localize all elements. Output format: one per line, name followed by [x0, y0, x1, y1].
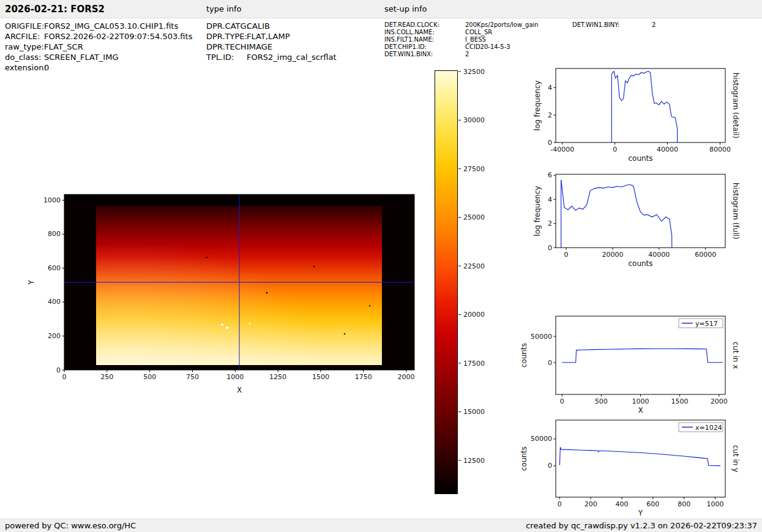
- x-axis-label: X: [638, 406, 643, 415]
- x-tick-label: 1500: [312, 373, 329, 381]
- plot-frame: [556, 420, 725, 497]
- field-label: do_class:: [5, 52, 44, 62]
- field-label: DPR.TECH:: [206, 42, 247, 52]
- colorbar-tick-label: 15000: [463, 408, 485, 416]
- plot-frame: [556, 316, 725, 394]
- field-label: raw_type:: [5, 42, 44, 52]
- x-tick-label: 1500: [671, 397, 689, 405]
- qc-rawdisp-page: 2026-02-21: FORS2 type info set-up info …: [0, 0, 762, 532]
- histogram-detail-plot: -4000004000080000024countslog frequencyh…: [533, 68, 740, 163]
- y-tick-label: 0: [548, 462, 552, 470]
- y-tick-label: 50000: [531, 333, 552, 341]
- cut-x-plot: 0500100015002000050000Xcountscut in xy=5…: [520, 316, 740, 415]
- field-label: DPR.CATG:: [206, 21, 247, 31]
- x-axis-label: Y: [638, 509, 643, 517]
- field-value: 200Kps/2ports/low_gain: [465, 21, 539, 29]
- x-tick-label: 1250: [269, 373, 286, 381]
- footer-bar: powered by QC: www.eso.org/HC created by…: [0, 519, 762, 532]
- info-row: DET.READ.CLOCK:200Kps/2ports/low_gain: [384, 21, 539, 29]
- colorbar-tick-label: 30000: [463, 116, 485, 124]
- y-axis-label: counts: [520, 343, 528, 368]
- field-value: FORS2.2026-02-22T09:07:54.503.fits: [44, 31, 192, 42]
- right-axis-label: histogram (full): [731, 183, 740, 240]
- y-axis-label: counts: [520, 446, 528, 471]
- colorbar-plot: 1250015000175002000022500250002750030000…: [458, 68, 485, 465]
- x-tick-label: -40000: [550, 146, 574, 153]
- field-value: COLL_SR: [465, 29, 492, 36]
- flat-field-image: [64, 194, 414, 370]
- y-tick-label: 2: [548, 220, 552, 227]
- info-row: DET.WIN1.BINY:2: [572, 21, 656, 29]
- y-tick-label: 0: [548, 139, 552, 147]
- field-value: FLAT_SCR: [44, 42, 83, 52]
- x-tick-label: 1000: [706, 500, 723, 508]
- legend-label: x=1024: [695, 424, 722, 432]
- x-tick-label: 2000: [398, 373, 415, 381]
- exposed-region: [96, 206, 383, 365]
- info-row: DET.CHIP1.ID:CCID20-14-5-3: [384, 43, 539, 51]
- histogram-full-plot: 02000040000600000246countslog frequencyh…: [533, 171, 740, 268]
- x-tick-label: 60000: [695, 251, 716, 259]
- y-tick-label: 4: [548, 84, 552, 92]
- info-row: DPR.TYPE:FLAT,LAMP: [206, 31, 337, 42]
- x-tick-label: 2000: [711, 397, 728, 405]
- y-axis-label: Y: [27, 279, 35, 285]
- info-row: DPR.TECH:IMAGE: [206, 42, 337, 52]
- cut-y-plot: 02004006008001000050000Ycountscut in yx=…: [520, 420, 740, 517]
- series-line: [562, 349, 723, 363]
- colorbar-gradient: [435, 70, 458, 494]
- field-value: SCREEN_FLAT_IMG: [44, 52, 118, 62]
- y-tick-label: 2: [548, 111, 552, 119]
- field-value: 2: [465, 51, 469, 58]
- y-tick-label: 0: [548, 244, 552, 252]
- x-axis-label: X: [237, 386, 242, 394]
- setup-info-block-2: DET.WIN1.BINY:2: [572, 21, 656, 29]
- field-label: DET.CHIP1.ID:: [384, 43, 465, 51]
- info-row: extension:0: [5, 62, 192, 73]
- footer-left-text: powered by QC: www.eso.org/HC: [5, 521, 136, 530]
- field-value: 0: [44, 62, 49, 73]
- field-label: DET.WIN1.BINY:: [572, 21, 652, 29]
- info-row: INS.COLL.NAME:COLL_SR: [384, 29, 539, 36]
- plot-frame: [556, 174, 725, 248]
- x-tick-label: 200: [585, 500, 597, 508]
- field-value: I_BESS: [465, 36, 486, 43]
- info-row: raw_type:FLAT_SCR: [5, 42, 192, 52]
- x-tick-label: 1000: [226, 373, 244, 381]
- right-axis-label: cut in x: [731, 342, 740, 369]
- y-tick-label: 400: [48, 298, 61, 306]
- right-axis-label: cut in y: [731, 445, 740, 473]
- info-row: ORIGFILE:FORS2_IMG_CAL053.10.CHIP1.fits: [5, 21, 192, 31]
- file-info-block: ORIGFILE:FORS2_IMG_CAL053.10.CHIP1.fits …: [5, 21, 192, 73]
- setup-info-heading: set-up info: [384, 4, 427, 13]
- y-tick-label: 1000: [43, 196, 61, 204]
- footer-right-text: created by qc_rawdisp.py v1.2.3 on 2026-…: [526, 521, 757, 530]
- info-row: ARCFILE:FORS2.2026-02-22T09:07:54.503.fi…: [5, 31, 192, 42]
- series-line: [561, 180, 672, 248]
- x-tick-label: 40000: [657, 146, 678, 153]
- legend-box: [679, 423, 723, 432]
- x-tick-label: 40000: [648, 251, 670, 259]
- colorbar-tick-label: 32500: [463, 68, 485, 76]
- x-tick-label: 800: [678, 500, 690, 508]
- y-tick-label: 600: [48, 264, 61, 272]
- colorbar-tick-label: 17500: [463, 360, 485, 368]
- x-axis-label: counts: [628, 259, 652, 268]
- y-tick-label: 800: [48, 230, 61, 238]
- field-value: FORS2_IMG_CAL053.10.CHIP1.fits: [44, 21, 178, 31]
- info-row: TPL.ID:FORS2_img_cal_scrflat: [206, 52, 337, 62]
- colorbar-tick-label: 20000: [463, 311, 485, 319]
- info-row: do_class:SCREEN_FLAT_IMG: [5, 52, 192, 62]
- legend-label: y=517: [695, 320, 718, 328]
- field-label: ARCFILE:: [5, 31, 44, 42]
- setup-info-block: DET.READ.CLOCK:200Kps/2ports/low_gain IN…: [384, 21, 539, 58]
- x-tick-label: 0: [558, 500, 562, 508]
- legend-box: [679, 319, 723, 328]
- field-value: FLAT,LAMP: [247, 31, 289, 42]
- series-line: [559, 447, 720, 465]
- x-axis-label: counts: [628, 154, 652, 163]
- field-label: DET.READ.CLOCK:: [384, 21, 465, 29]
- right-axis-label: histogram (detail): [731, 73, 740, 139]
- colorbar-tick-label: 25000: [463, 213, 485, 221]
- y-tick-label: 200: [48, 332, 61, 340]
